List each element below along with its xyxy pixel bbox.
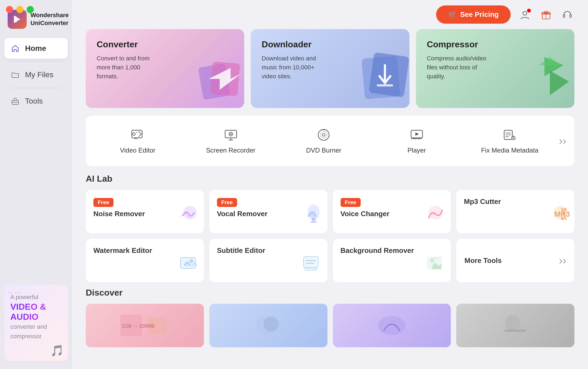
svg-point-20	[318, 129, 329, 140]
window-close-button[interactable]	[6, 6, 13, 13]
feature-cards: Converter Convert to and from more than …	[86, 29, 574, 108]
sidebar-item-home[interactable]: Home	[4, 38, 68, 59]
see-pricing-button[interactable]: 🛒 See Pricing	[436, 5, 511, 24]
dvd-burner-label: DVD Burner	[306, 147, 341, 154]
ai-card-watermark-editor[interactable]: Watermark Editor	[86, 239, 204, 282]
ai-card-mp3-cutter[interactable]: Mp3 Cutter MP3	[456, 190, 574, 233]
svg-point-36	[189, 259, 193, 263]
compressor-title: Compressor	[427, 39, 564, 49]
fix-media-icon	[503, 128, 517, 142]
banner-line3: compressor	[10, 331, 62, 341]
folder-icon	[10, 70, 20, 80]
more-tools-label: More Tools	[464, 256, 502, 265]
tools-row: Video Editor Screen Recorder	[86, 116, 574, 166]
subtitle-editor-icon	[299, 251, 323, 280]
ai-card-more-tools[interactable]: More Tools ››	[456, 239, 574, 282]
watermark-editor-icon	[175, 251, 200, 280]
svg-point-48	[264, 317, 279, 332]
user-icon-button[interactable]	[518, 8, 532, 22]
svg-rect-51	[504, 330, 526, 332]
tool-player[interactable]: Player	[370, 124, 463, 158]
banner-highlight2: AUDIO	[10, 312, 62, 322]
compressor-desc: Compress audio/video files without loss …	[427, 54, 487, 81]
svg-rect-37	[304, 257, 318, 268]
ai-lab-title: AI Lab	[86, 174, 574, 184]
free-badge-vocal: Free	[217, 198, 237, 207]
topbar: 🛒 See Pricing	[72, 0, 588, 29]
converter-desc: Convert to and from more than 1,000 form…	[97, 54, 157, 81]
home-icon	[10, 44, 20, 53]
tool-fix-media[interactable]: Fix Media Metadata	[463, 124, 556, 158]
discover-cards: 1GB → 100MB	[86, 304, 574, 347]
background-remover-icon	[422, 251, 446, 280]
sidebar-tools-label: Tools	[25, 97, 43, 106]
tool-dvd-burner[interactable]: DVD Burner	[277, 124, 370, 158]
svg-point-25	[511, 136, 516, 140]
discover-card-2[interactable]	[209, 304, 327, 347]
svg-text:1GB → 100MB: 1GB → 100MB	[122, 323, 155, 329]
player-label: Player	[408, 147, 426, 154]
downloader-card[interactable]: Downloader Download video and music from…	[251, 29, 409, 108]
svg-point-43	[430, 258, 435, 263]
app-name: Wondershare UniConverter	[30, 11, 69, 27]
svg-text:MP3: MP3	[554, 210, 570, 218]
svg-point-33	[564, 208, 567, 211]
tool-video-editor[interactable]: Video Editor	[91, 124, 184, 158]
ai-card-voice-changer[interactable]: Free Voice Changer	[333, 190, 451, 233]
mp3-cutter-icon: MP3	[546, 202, 570, 231]
svg-point-28	[311, 217, 316, 222]
svg-point-15	[133, 133, 135, 135]
tool-screen-recorder[interactable]: Screen Recorder	[184, 124, 277, 158]
svg-rect-13	[377, 84, 393, 86]
svg-rect-14	[132, 130, 142, 138]
svg-point-21	[322, 134, 325, 136]
sidebar-item-tools[interactable]: Tools	[4, 91, 68, 111]
ai-card-subtitle-editor[interactable]: Subtitle Editor	[209, 239, 327, 282]
ai-card-vocal-remover[interactable]: Free Vocal Remover	[209, 190, 327, 233]
svg-point-50	[505, 315, 520, 330]
discover-card-3[interactable]	[333, 304, 451, 347]
nav-divider	[10, 61, 62, 62]
ai-lab-row1: Free Noise Remover Free Vocal Remover	[86, 190, 574, 233]
gift-icon-button[interactable]	[539, 8, 553, 22]
sidebar-banner: ·· ··· A powerful VIDEO & AUDIO converte…	[4, 285, 68, 361]
tools-more-arrow[interactable]: ››	[556, 135, 569, 147]
discover-card-1[interactable]: 1GB → 100MB	[86, 304, 204, 347]
svg-point-19	[230, 133, 232, 135]
window-minimize-button[interactable]	[16, 6, 23, 13]
banner-decoration: ·· ···	[8, 288, 21, 297]
discover-card-4[interactable]	[456, 304, 574, 347]
svg-point-4	[523, 11, 527, 15]
compressor-card[interactable]: Compressor Compress audio/video files wi…	[416, 29, 574, 108]
compressor-icon	[523, 49, 574, 108]
vocal-remover-icon	[299, 202, 323, 231]
svg-point-30	[428, 206, 443, 220]
video-editor-icon	[130, 128, 145, 142]
ai-card-background-remover[interactable]: Background Remover	[333, 239, 451, 282]
nav-divider-2	[10, 88, 62, 88]
app-logo-area: Wondershare UniConverter	[0, 0, 72, 35]
dvd-burner-icon	[316, 128, 331, 142]
banner-icon: 🎵	[50, 344, 64, 357]
headphone-icon-button[interactable]	[560, 8, 574, 22]
sidebar-item-myfiles[interactable]: My Files	[4, 64, 68, 85]
noise-remover-icon	[175, 202, 200, 231]
converter-card[interactable]: Converter Convert to and from more than …	[86, 29, 244, 108]
downloader-title: Downloader	[262, 39, 398, 49]
main-content: 🛒 See Pricing	[72, 0, 588, 369]
cart-icon: 🛒	[448, 10, 457, 19]
player-icon	[409, 128, 424, 142]
see-pricing-label: See Pricing	[460, 10, 499, 19]
fix-media-label: Fix Media Metadata	[481, 147, 538, 154]
ai-lab-row2: Watermark Editor Subtitle Editor	[86, 239, 574, 282]
window-maximize-button[interactable]	[27, 6, 34, 13]
downloader-desc: Download video and music from 10,000+ vi…	[262, 54, 321, 81]
screen-recorder-icon	[223, 128, 238, 142]
ai-card-noise-remover[interactable]: Free Noise Remover	[86, 190, 204, 233]
scroll-area[interactable]: Converter Convert to and from more than …	[72, 29, 588, 369]
sidebar: Wondershare UniConverter Home My Files	[0, 0, 72, 369]
sidebar-nav: Home My Files Tools	[0, 35, 72, 279]
downloader-icon	[358, 49, 409, 108]
converter-title: Converter	[97, 39, 233, 49]
screen-recorder-label: Screen Recorder	[206, 147, 255, 154]
